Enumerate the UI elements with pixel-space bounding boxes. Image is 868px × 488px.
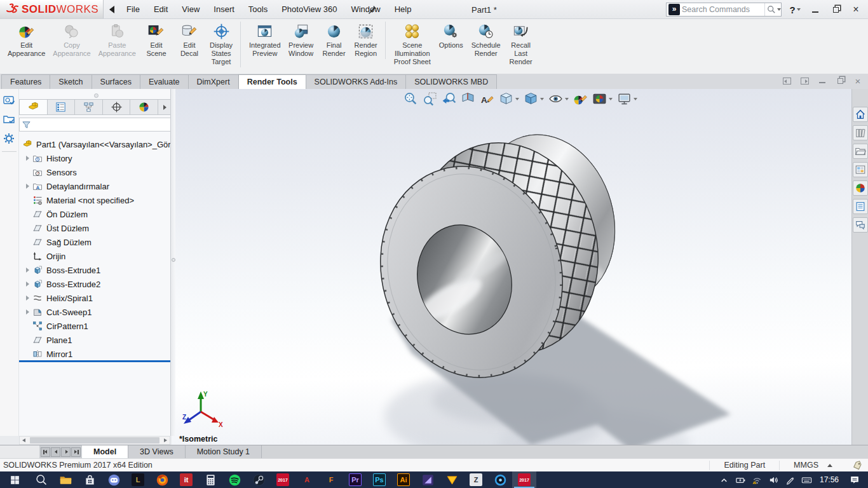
doc-minimize-button[interactable] (817, 76, 827, 85)
tree-item[interactable]: Detaylandırmalar (19, 179, 172, 193)
expand-arrow-icon[interactable] (24, 308, 32, 316)
menu-item[interactable]: PhotoView 360 (275, 0, 344, 19)
chevron-down-icon[interactable] (609, 98, 613, 100)
ribbon-button[interactable]: Edit Appearance (4, 22, 49, 59)
chevron-down-icon[interactable] (540, 98, 544, 100)
ribbon-button[interactable]: Preview Window (285, 22, 318, 59)
hud-button[interactable] (459, 90, 477, 107)
command-tab[interactable]: Features (1, 74, 50, 89)
hud-button[interactable] (421, 90, 439, 107)
taskbar-app-button[interactable] (247, 471, 271, 488)
expand-arrow-icon[interactable] (24, 350, 32, 358)
feature-manager-tab[interactable] (20, 100, 48, 114)
tree-item[interactable]: Boss-Extrude1 (19, 263, 172, 277)
search-input[interactable] (682, 5, 764, 14)
tree-item[interactable]: Boss-Extrude2 (19, 277, 172, 291)
command-tab[interactable]: Evaluate (140, 74, 189, 89)
taskbar-app-button[interactable] (198, 471, 222, 488)
tree-item[interactable]: Helix/Spiral1 (19, 291, 172, 305)
expand-arrow-icon[interactable] (24, 336, 32, 344)
model-canvas[interactable] (172, 89, 851, 445)
taskbar-app-button[interactable] (488, 471, 512, 488)
expand-arrow-icon[interactable] (24, 224, 32, 232)
menu-item[interactable]: View (175, 0, 207, 19)
tree-filter-bar[interactable] (19, 118, 172, 132)
taskbar-app-button[interactable] (416, 471, 440, 488)
taskbar-app-button[interactable]: F (319, 471, 343, 488)
task-pane-tab[interactable] (853, 217, 868, 233)
clock[interactable]: 17:56 (815, 475, 844, 484)
collapse-right-pane-icon[interactable] (799, 76, 810, 85)
feature-manager-tab[interactable] (48, 100, 76, 114)
task-pane-tab[interactable] (853, 125, 868, 140)
panel-splitter-handle[interactable] (94, 93, 98, 98)
display-pane-button[interactable] (3, 113, 17, 127)
task-pane-tab[interactable] (853, 144, 868, 159)
command-tab[interactable]: Sketch (50, 74, 92, 89)
taskbar-app-button[interactable]: L (126, 471, 150, 488)
taskbar-app-button[interactable]: 2017 (271, 471, 295, 488)
display-pane-button[interactable] (3, 94, 17, 108)
taskbar-app-button[interactable] (29, 471, 53, 488)
document-tab[interactable]: Model (82, 445, 128, 458)
chevron-down-icon[interactable] (515, 98, 519, 100)
command-tab[interactable]: Render Tools (238, 74, 306, 89)
ribbon-button[interactable]: Integrated Preview (245, 22, 285, 59)
menu-item[interactable]: Insert (207, 0, 241, 19)
hud-button[interactable] (571, 90, 590, 107)
pin-icon[interactable] (367, 4, 379, 15)
ribbon-button[interactable]: Edit Decal (173, 22, 206, 59)
task-pane-tab[interactable] (853, 180, 868, 196)
tree-item[interactable]: Sağ Düzlem (19, 235, 172, 249)
display-pane-button[interactable] (3, 132, 17, 146)
tree-item[interactable]: Üst Düzlem (19, 221, 172, 235)
taskbar-app-button[interactable]: Z (464, 471, 488, 488)
tag-button[interactable] (846, 460, 868, 470)
units-selector[interactable]: MMGS (779, 461, 846, 470)
tray-icon-button[interactable] (732, 471, 749, 488)
expand-arrow-icon[interactable] (24, 280, 32, 288)
start-button[interactable] (0, 471, 29, 488)
expand-arrow-icon[interactable] (24, 196, 32, 204)
last-tab-button[interactable] (71, 447, 81, 457)
collapse-left-pane-icon[interactable] (782, 76, 792, 85)
feature-manager-tab[interactable] (103, 100, 131, 114)
ribbon-button[interactable]: Scene Illumination Proof Sheet (390, 22, 435, 67)
tray-icon-button[interactable] (798, 471, 815, 488)
chevron-down-icon[interactable] (634, 98, 637, 100)
ribbon-button[interactable]: Display States Target (206, 22, 241, 67)
doc-close-button[interactable]: × (853, 76, 863, 85)
expand-arrow-icon[interactable] (24, 168, 32, 176)
tray-icon-button[interactable] (765, 471, 782, 488)
ribbon-button[interactable]: Paste Appearance (95, 22, 140, 59)
ribbon-button[interactable]: Schedule Render (468, 22, 505, 59)
taskbar-app-button[interactable] (440, 471, 464, 488)
menu-item[interactable]: Edit (147, 0, 175, 19)
tree-item[interactable]: Sensors (19, 165, 172, 179)
menu-collapse-icon[interactable] (109, 6, 114, 13)
next-tab-button[interactable] (61, 447, 71, 457)
expand-arrow-icon[interactable] (24, 294, 32, 302)
restore-button[interactable] (827, 3, 844, 17)
panel-tabs-overflow-icon[interactable] (158, 100, 171, 114)
document-tab[interactable]: 3D Views (128, 445, 186, 458)
scroll-right-icon[interactable] (161, 437, 170, 444)
graphics-viewport[interactable]: Y Z X (172, 89, 851, 445)
expand-arrow-icon[interactable] (24, 238, 32, 246)
task-pane-tab[interactable] (853, 199, 868, 214)
tree-root-item[interactable]: Part1 (Varsayılan<<Varsayılan>_Görünt (19, 137, 172, 151)
tree-item[interactable]: History (19, 151, 172, 165)
minimize-button[interactable] (807, 3, 824, 17)
scroll-left-icon[interactable] (20, 437, 29, 444)
command-tab[interactable]: DimXpert (188, 74, 239, 89)
ribbon-button[interactable]: Edit Scene (140, 22, 173, 59)
command-tab[interactable]: SOLIDWORKS MBD (405, 74, 497, 89)
tree-item[interactable]: Ön Düzlem (19, 207, 172, 221)
hud-button[interactable] (590, 90, 614, 107)
taskbar-app-button[interactable]: A (295, 471, 319, 488)
rollback-bar[interactable] (19, 360, 170, 362)
close-button[interactable]: × (848, 3, 864, 17)
command-tab[interactable]: Surfaces (92, 74, 140, 89)
menu-item[interactable]: Window (344, 0, 387, 19)
hud-button[interactable] (497, 90, 521, 107)
